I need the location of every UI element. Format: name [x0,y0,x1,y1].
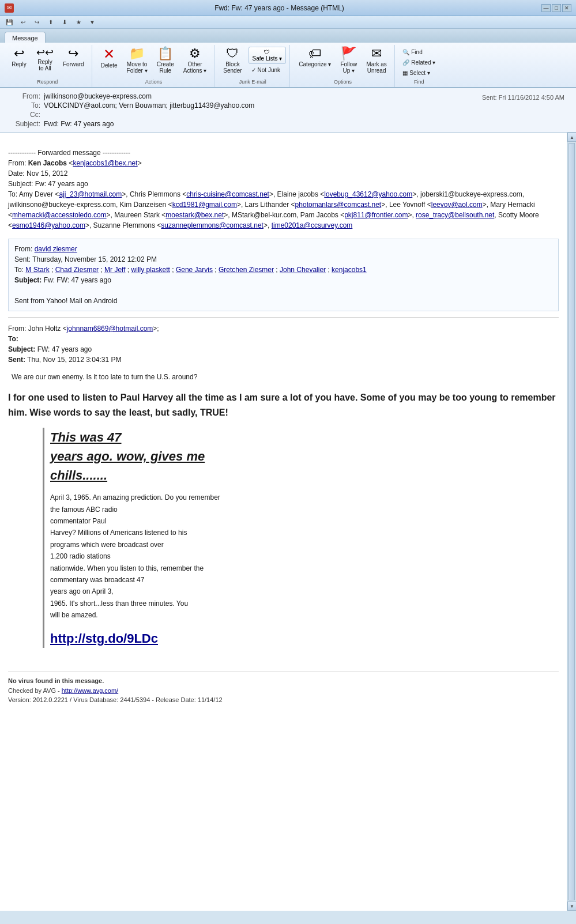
forward-date: Date: Nov 15, 2012 [8,168,559,179]
find-group-label: Find [414,79,424,85]
create-rule-label: CreateRule [157,61,174,74]
m-stark-link[interactable]: M Stark [25,266,49,274]
mark-unread-button[interactable]: ✉ Mark asUnread [362,45,391,76]
follow-up-label: FollowUp ▾ [340,61,357,74]
prev-quick-btn[interactable]: ⬆ [45,17,57,28]
save-quick-btn[interactable]: 💾 [3,17,15,28]
sent-label: Sent: [482,94,497,101]
willy-link[interactable]: willy plaskett [131,266,170,274]
forward-subject: Subject: Fw: 47 years ago [8,179,559,189]
follow-up-button[interactable]: 🚩 FollowUp ▾ [336,45,361,76]
reply-button[interactable]: ↩ Reply [7,45,31,70]
forward-button[interactable]: ↪ Forward [59,45,88,70]
delete-button[interactable]: ✕ Delete [97,45,122,71]
checked-by-avg: Checked by AVG - http://www.avg.com/ [8,686,559,696]
mr-jeff-link[interactable]: Mr Jeff [104,266,125,274]
rose-email[interactable]: rose_tracy@bellsouth.net [416,211,494,219]
tab-bar: Message [0,29,576,43]
cc-label: Cc: [6,111,40,119]
tab-message[interactable]: Message [5,32,46,43]
star-quick-btn[interactable]: ★ [73,17,84,28]
chad-ziesmer-link[interactable]: Chad Ziesmer [55,266,99,274]
ken-jacobs-email[interactable]: kenjacobs1@bex.net [73,159,137,167]
john-holtz-sent: Sent: Thu, Nov 15, 2012 3:04:31 PM [8,354,559,365]
forward-label: Forward [63,61,84,67]
quick-access-toolbar: 💾 ↩ ↪ ⬆ ⬇ ★ ▼ [0,16,576,29]
cc-value [44,111,476,119]
inner-from: From: david ziesmer [14,244,552,254]
subject-label: Subject: [6,120,40,128]
avg-footer: No virus found in this message. Checked … [8,671,559,705]
block-sender-button[interactable]: 🛡 BlockSender [219,45,246,76]
pam-email[interactable]: pkj811@frontier.com [344,211,408,219]
unread-icon: ✉ [371,47,382,60]
dropdown-quick-btn[interactable]: ▼ [86,17,98,28]
reply-all-button[interactable]: ↩↩ Replyto All [32,45,58,74]
actions-icon: ⚙ [189,47,201,60]
avg-link[interactable]: http://www.avg.com/ [62,687,118,694]
inner-to: To: M Stark ; Chad Ziesmer ; Mr Jeff ; w… [14,265,552,275]
maureen-email[interactable]: moestark@bex.net [165,211,224,219]
minimize-button[interactable]: — [541,4,551,12]
suzanne-email[interactable]: suzanneplemmons@comcast.net [161,221,263,229]
delete-label: Delete [101,62,118,69]
john-holtz-email[interactable]: johnnam6869@hotmail.com [67,325,153,333]
junk-group-label: Junk E-mail [239,79,266,85]
reply-all-label: Replyto All [37,59,52,71]
gretchen-link[interactable]: Gretchen Ziesmer [219,266,274,274]
forward-to: To: Amy Dever <ajj_23@hotmail.com>, Chri… [8,189,559,231]
paul-harvey-intro: I for one used to listen to Paul Harvey … [8,390,559,420]
email-header: From: jwilkinsono@buckeye-express.com To… [0,88,576,133]
other-actions-button[interactable]: ⚙ OtherActions ▾ [179,45,211,76]
elaine-email[interactable]: lovebug_43612@yahoo.com [324,190,412,198]
move-to-folder-button[interactable]: 📁 Move toFolder ▾ [123,45,152,76]
mark-unread-label: Mark asUnread [366,61,387,74]
april-3-text: April 3, 1965. An amazing prediction. Do… [50,492,559,621]
redo-quick-btn[interactable]: ↪ [31,17,43,28]
scroll-thumb[interactable] [569,143,575,900]
stg-link[interactable]: http://stg.do/9LDc [50,631,158,646]
safe-lists-button[interactable]: 🛡 Safe Lists ▾ [249,47,287,64]
related-label: Related ▾ [411,59,435,66]
forward-icon: ↪ [68,47,78,60]
related-button[interactable]: 🔗 Related ▾ [400,58,438,67]
mary-email[interactable]: mhernacki@accesstoledo.com [12,211,107,219]
select-button[interactable]: ▦ Select ▾ [400,68,438,78]
maximize-button[interactable]: □ [552,4,561,12]
chris-email[interactable]: chris-cuisine@comcast.net [186,190,269,198]
time-email[interactable]: time0201a@ccsurvey.com [272,221,353,229]
not-junk-button[interactable]: ✓ Not Junk [249,65,287,75]
john-holtz-to: To: [8,334,559,344]
ribbon-group-respond: ↩ Reply ↩↩ Replyto All ↪ Forward Respond [3,45,92,87]
gene-link[interactable]: Gene Jarvis [176,266,213,274]
john-c-link[interactable]: John Chevalier [280,266,326,274]
find-icon: 🔍 [402,49,409,55]
reply-label: Reply [12,61,27,67]
scroll-up-btn[interactable]: ▲ [567,133,576,142]
scroll-down-btn[interactable]: ▼ [567,902,576,911]
scotty-email[interactable]: esmo1946@yahoo.com [12,221,85,229]
flag-icon: 🚩 [341,47,356,60]
scrollbar[interactable]: ▲ ▼ [567,133,576,911]
amy-dever-email[interactable]: ajj_23@hotmail.com [59,190,122,198]
other-actions-label: OtherActions ▾ [183,61,207,74]
create-rule-button[interactable]: 📋 CreateRule [153,45,178,76]
next-quick-btn[interactable]: ⬇ [59,17,70,28]
kenjacobs-link[interactable]: kenjacobs1 [332,266,367,274]
lars-email[interactable]: photomanlars@comcast.net [295,201,382,209]
find-button[interactable]: 🔍 Find [400,47,438,57]
select-icon: ▦ [402,70,408,76]
categorize-label: Categorize ▾ [299,61,331,67]
to-label: To: [6,101,40,110]
email-body: ------------ Forwarded message ---------… [0,133,567,911]
undo-quick-btn[interactable]: ↩ [17,17,29,28]
david-ziesmer-link[interactable]: david ziesmer [35,245,77,253]
inner-forward-1: From: david ziesmer Sent: Thursday, Nove… [8,239,559,311]
folder-icon: 📁 [129,47,145,60]
kim-email[interactable]: kcd1981@gmail.com [172,201,237,209]
close-button[interactable]: ✕ [562,4,571,12]
lee-email[interactable]: leevov@aol.com [431,201,483,209]
categorize-button[interactable]: 🏷 Categorize ▾ [295,45,335,70]
select-label: Select ▾ [409,70,430,76]
to-value: VOLKCINDY@aol.com; Vern Bouwman; jitterb… [44,101,476,110]
